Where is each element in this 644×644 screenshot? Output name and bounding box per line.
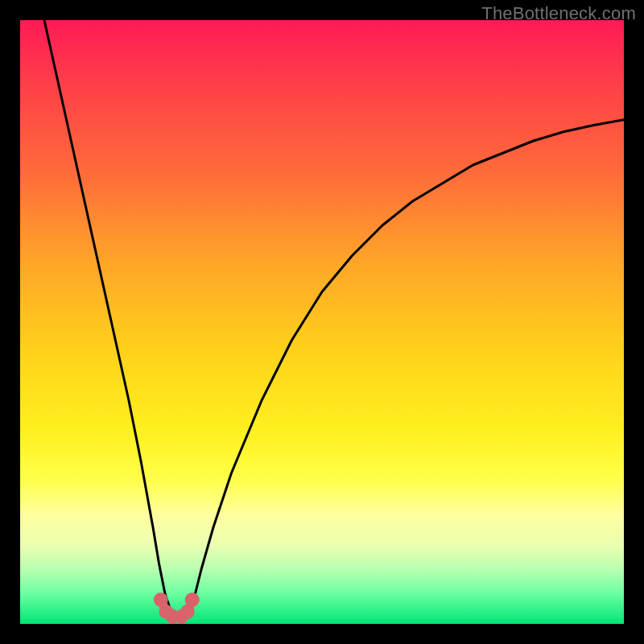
curve-svg xyxy=(20,20,624,624)
valley-marker xyxy=(185,592,200,607)
marker-group xyxy=(154,592,200,624)
curve-left_branch xyxy=(44,20,171,612)
watermark-text: TheBottleneck.com xyxy=(481,3,636,24)
chart-frame xyxy=(20,20,624,624)
curve-right_branch xyxy=(189,120,624,612)
series-group xyxy=(44,20,624,612)
